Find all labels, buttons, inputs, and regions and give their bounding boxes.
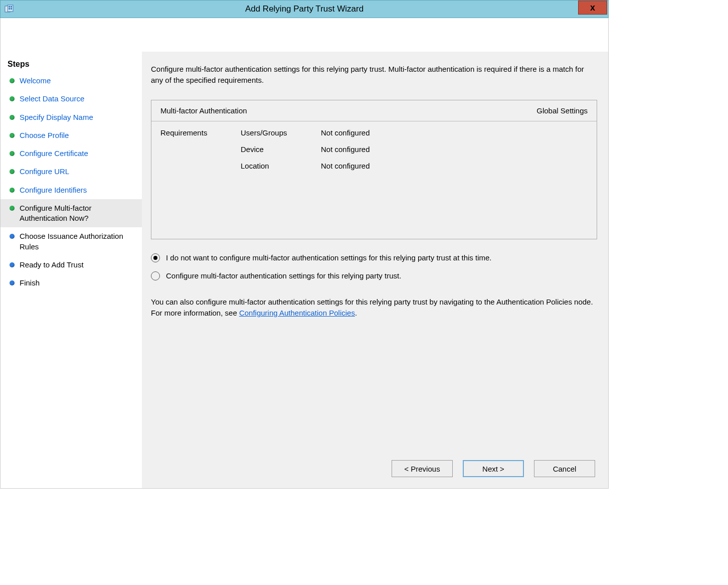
mfa-option-skip[interactable]: I do not want to configure multi-factor … — [151, 253, 597, 262]
step-bullet-icon — [10, 96, 15, 101]
step-bullet-icon — [10, 169, 15, 174]
svg-rect-4 — [9, 8, 10, 10]
svg-rect-1 — [8, 5, 13, 12]
step-configure-identifiers[interactable]: Configure Identifiers — [1, 181, 142, 199]
mfa-note: You can also configure multi-factor auth… — [151, 297, 597, 319]
mfa-summary-box: Multi-factor Authentication Global Setti… — [151, 100, 597, 239]
mfa-req-key: Device — [241, 145, 321, 154]
cancel-button[interactable]: Cancel — [534, 460, 595, 477]
step-choose-profile[interactable]: Choose Profile — [1, 126, 142, 144]
mfa-option-label: Configure multi-factor authentication se… — [166, 271, 401, 280]
mfa-requirement-row: Device Not configured — [160, 145, 588, 154]
wizard-banner — [0, 18, 609, 52]
svg-rect-5 — [11, 8, 12, 10]
wizard-content: Configure multi-factor authentication se… — [142, 52, 608, 488]
step-label: Choose Issuance Authorization Rules — [20, 231, 135, 252]
step-welcome[interactable]: Welcome — [1, 72, 142, 90]
wizard-body: Steps Welcome Select Data Source Specify… — [0, 52, 609, 489]
step-bullet-icon — [10, 115, 15, 120]
mfa-requirement-row: Requirements Users/Groups Not configured — [160, 128, 588, 137]
radio-icon — [151, 271, 160, 280]
step-label: Ready to Add Trust — [20, 260, 84, 270]
mfa-req-value: Not configured — [321, 162, 421, 170]
step-choose-issuance-auth-rules[interactable]: Choose Issuance Authorization Rules — [1, 227, 142, 256]
step-label: Configure Multi-factor Authentication No… — [20, 203, 135, 224]
step-label: Finish — [20, 278, 40, 288]
mfa-req-key: Users/Groups — [241, 128, 321, 137]
next-button[interactable]: Next > — [463, 460, 524, 477]
mfa-requirements-grid: Requirements Users/Groups Not configured… — [151, 121, 597, 239]
step-bullet-icon — [10, 262, 15, 267]
step-bullet-icon — [10, 151, 15, 156]
step-label: Choose Profile — [20, 130, 69, 140]
step-bullet-icon — [10, 133, 15, 138]
steps-heading: Steps — [1, 57, 142, 72]
wizard-steps-nav: Steps Welcome Select Data Source Specify… — [1, 52, 142, 488]
mfa-box-title: Multi-factor Authentication — [160, 106, 247, 115]
step-bullet-icon — [10, 234, 15, 239]
mfa-note-text: You can also configure multi-factor auth… — [151, 298, 593, 318]
step-label: Configure Certificate — [20, 149, 88, 159]
intro-text: Configure multi-factor authentication se… — [151, 64, 597, 86]
step-bullet-icon — [10, 206, 15, 211]
step-bullet-icon — [10, 78, 15, 83]
mfa-note-suffix: . — [355, 309, 357, 317]
mfa-option-configure[interactable]: Configure multi-factor authentication se… — [151, 271, 597, 280]
step-label: Select Data Source — [20, 94, 84, 104]
step-configure-url[interactable]: Configure URL — [1, 163, 142, 181]
step-configure-certificate[interactable]: Configure Certificate — [1, 144, 142, 163]
mfa-req-value: Not configured — [321, 128, 421, 137]
mfa-global-settings-link[interactable]: Global Settings — [536, 106, 588, 115]
mfa-box-header: Multi-factor Authentication Global Setti… — [151, 100, 597, 121]
svg-rect-2 — [9, 6, 10, 8]
titlebar: Add Relying Party Trust Wizard x — [0, 0, 609, 18]
step-specify-display-name[interactable]: Specify Display Name — [1, 108, 142, 126]
radio-icon — [151, 253, 160, 262]
step-label: Configure Identifiers — [20, 185, 87, 195]
svg-rect-3 — [11, 6, 12, 8]
step-bullet-icon — [10, 280, 15, 285]
step-configure-mfa-now[interactable]: Configure Multi-factor Authentication No… — [1, 199, 142, 228]
steps-list: Welcome Select Data Source Specify Displ… — [1, 72, 142, 292]
mfa-req-key: Location — [241, 162, 321, 170]
step-label: Welcome — [20, 76, 51, 86]
mfa-req-value: Not configured — [321, 145, 421, 154]
wizard-button-row: < Previous Next > Cancel — [151, 449, 597, 488]
step-finish[interactable]: Finish — [1, 274, 142, 292]
previous-button[interactable]: < Previous — [392, 460, 453, 477]
configuring-auth-policies-link[interactable]: Configuring Authentication Policies — [239, 309, 355, 317]
step-label: Specify Display Name — [20, 112, 93, 122]
close-icon: x — [590, 3, 595, 13]
window-title: Add Relying Party Trust Wizard — [1, 4, 608, 14]
adfs-app-icon — [5, 5, 14, 14]
step-bullet-icon — [10, 188, 15, 193]
step-label: Configure URL — [20, 167, 69, 177]
mfa-requirement-row: Location Not configured — [160, 162, 588, 170]
step-ready-to-add-trust[interactable]: Ready to Add Trust — [1, 256, 142, 274]
close-button[interactable]: x — [578, 1, 607, 15]
mfa-option-label: I do not want to configure multi-factor … — [166, 253, 491, 262]
step-select-data-source[interactable]: Select Data Source — [1, 90, 142, 108]
mfa-requirements-label: Requirements — [160, 128, 241, 137]
